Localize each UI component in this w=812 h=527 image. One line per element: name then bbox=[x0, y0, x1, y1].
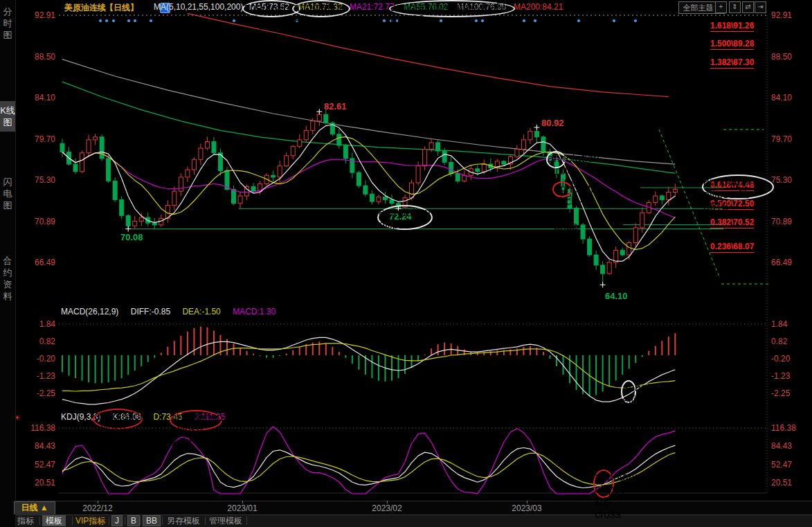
date-axis-tick bbox=[527, 501, 527, 503]
ma55-value: MA55:76.02 bbox=[404, 2, 449, 12]
fib-level-label: 1.382\87.30 bbox=[710, 57, 754, 69]
macd-axis-label-left: 1.84 bbox=[19, 319, 55, 329]
svg-text:80.92: 80.92 bbox=[541, 118, 564, 128]
trading-app-window: 分时图 K线图 闪电图 合约资料 美原油连续 【日线】 MA(5,10,21,5… bbox=[0, 0, 812, 527]
ma100-value: MA100:76.99 bbox=[457, 2, 506, 12]
date-axis-row bbox=[15, 501, 812, 515]
kdj-axis-label-right: 116.38 bbox=[771, 423, 796, 433]
kdj-params: KDJ(9,3,3) bbox=[61, 412, 100, 422]
date-axis-label: 2022/12 bbox=[82, 503, 112, 513]
toolbar-separator bbox=[125, 517, 125, 525]
kdj-axis-label-right: 52.47 bbox=[771, 460, 792, 470]
macd-header: MACD(26,12,9) DIFF:-0.85 DEA:-1.50 MACD:… bbox=[61, 307, 285, 316]
macd-axis-label-left: 0.82 bbox=[19, 337, 55, 346]
kdj-axis-label-left: 20.51 bbox=[17, 478, 55, 488]
kdj-axis-label-left: 52.47 bbox=[17, 460, 55, 470]
toolbar-tab-J[interactable]: J bbox=[111, 515, 123, 526]
kdj-axis-label-left: 116.38 bbox=[17, 423, 55, 433]
symbol-title: 美原油连续 bbox=[64, 2, 106, 14]
macd-dea-value: DEA:-1.50 bbox=[182, 307, 220, 316]
macd-axis-label-left: -0.20 bbox=[19, 354, 55, 364]
toolbar-tab-指标[interactable]: 指标 bbox=[17, 515, 34, 526]
macd-axis-label-right: 1.84 bbox=[771, 319, 787, 329]
kdj-axis-label-left: 84.43 bbox=[17, 441, 55, 451]
toolbar-tab-模板[interactable]: 模板 bbox=[42, 515, 66, 526]
date-axis-tick bbox=[242, 501, 243, 503]
toolbar-tab-B[interactable]: B bbox=[127, 515, 140, 526]
ma-caption: MA(5,10,21,55,100,200) bbox=[154, 2, 243, 12]
toolbar-tab-VIP指标[interactable]: VIP指标 bbox=[75, 515, 105, 526]
toolbar-separator bbox=[39, 517, 40, 525]
fib-level-label: 0.500\72.50 bbox=[710, 199, 754, 210]
macd-params: MACD(26,12,9) bbox=[61, 307, 118, 316]
price-axis-label-right: 84.10 bbox=[771, 93, 792, 102]
sidebar-item-timeshare[interactable]: 分时图 bbox=[0, 6, 15, 41]
price-axis-label-left: 70.89 bbox=[19, 217, 55, 226]
macd-axis-label-right: 0.82 bbox=[771, 337, 787, 346]
kdj-j-value: J:111.35 bbox=[195, 412, 225, 422]
toolbar-separator bbox=[72, 517, 73, 525]
toolbar-tab-管理模板[interactable]: 管理模板 bbox=[209, 515, 242, 526]
sidebar-item-kline[interactable]: K线图 bbox=[0, 101, 15, 132]
date-axis-label: 2023/01 bbox=[227, 503, 257, 513]
price-axis-label-right: 75.30 bbox=[771, 175, 792, 185]
kdj-header: KDJ(9,3,3) K:86.08 D:73.45 J:111.35 bbox=[61, 412, 235, 422]
ma200-value: MA200:84.21 bbox=[514, 2, 563, 12]
toolbar-separator bbox=[162, 517, 163, 525]
macd-diff-value: DIFF:-0.85 bbox=[131, 307, 170, 316]
fib-level-label: 1.500\89.28 bbox=[710, 39, 754, 50]
kdj-d-value: D:73.45 bbox=[153, 412, 182, 422]
fib-level-label: 1.618\91.26 bbox=[710, 21, 754, 32]
fib-level-label: 0.236\68.07 bbox=[710, 242, 754, 253]
shift-right-icon[interactable]: ⇥ bbox=[755, 1, 766, 13]
price-axis-label-left: 84.10 bbox=[19, 93, 55, 102]
price-axis-label-right: 79.70 bbox=[771, 134, 792, 144]
chart-canvas[interactable]: 70.0882.6172.2480.9264.10 bbox=[0, 0, 812, 527]
fit-vertical-icon[interactable]: ⇕ bbox=[729, 1, 741, 13]
toolbar-separator bbox=[205, 517, 206, 525]
toolbar-separator bbox=[246, 517, 247, 525]
ma21-value: MA21:72.77 bbox=[350, 2, 395, 12]
date-axis-tick bbox=[387, 501, 388, 503]
svg-text:64.10: 64.10 bbox=[605, 291, 628, 301]
svg-text:70.08: 70.08 bbox=[120, 232, 143, 242]
kdj-k-value: K:86.08 bbox=[113, 412, 141, 422]
price-axis-label-left: 79.70 bbox=[19, 134, 55, 144]
period-button[interactable]: 日线 ▲ bbox=[14, 501, 55, 515]
kdj-axis-label-right: 84.43 bbox=[771, 441, 792, 451]
price-axis-label-right: 66.49 bbox=[771, 258, 792, 267]
chart-header: 美原油连续 【日线】 MA(5,10,21,55,100,200) MA5:73… bbox=[15, 0, 812, 15]
price-axis-label-right: 70.89 bbox=[771, 217, 792, 226]
sidebar-item-contract-info[interactable]: 合约资料 bbox=[0, 255, 15, 302]
toolbar-separator bbox=[109, 517, 109, 525]
toolbar-separator bbox=[140, 517, 141, 525]
ma5-value: MA5:73.52 bbox=[249, 2, 289, 12]
macd-axis-label-right: -1.23 bbox=[771, 371, 790, 381]
kdj-axis-label-right: 20.51 bbox=[771, 478, 792, 488]
fit-horizontal-icon[interactable]: ⇄ bbox=[742, 1, 754, 13]
price-axis-label-left: 88.50 bbox=[19, 52, 55, 62]
macd-value: MACD:1.30 bbox=[233, 307, 276, 316]
macd-axis-label-right: -2.25 bbox=[771, 388, 790, 398]
svg-text:72.24: 72.24 bbox=[389, 211, 412, 222]
date-axis-label: 2023/03 bbox=[512, 503, 541, 513]
svg-text:82.61: 82.61 bbox=[324, 101, 347, 111]
toolbar-tab-BB[interactable]: BB bbox=[143, 515, 161, 526]
fib-level-label: 0.618\74.48 bbox=[710, 180, 754, 191]
macd-axis-label-left: -2.25 bbox=[19, 388, 55, 398]
move-icon[interactable]: + bbox=[715, 1, 727, 13]
sidebar-item-lightning[interactable]: 闪电图 bbox=[0, 176, 15, 211]
date-axis-tick bbox=[98, 501, 98, 503]
left-sidebar: 分时图 K线图 闪电图 合约资料 bbox=[0, 0, 16, 527]
date-axis-label: 2023/02 bbox=[372, 503, 402, 513]
period-tag: 【日线】 bbox=[105, 2, 138, 14]
macd-axis-label-left: -1.23 bbox=[19, 371, 55, 381]
fib-level-label: 0.382\70.52 bbox=[710, 217, 754, 229]
price-axis-label-left: 75.30 bbox=[19, 175, 55, 185]
price-axis-label-left: 66.49 bbox=[19, 258, 55, 267]
macd-axis-label-right: -0.20 bbox=[771, 354, 790, 364]
toolbar-tab-另存模板[interactable]: 另存模板 bbox=[167, 515, 200, 526]
ma10-value: MA10:71.32 bbox=[298, 2, 343, 12]
price-axis-label-right: 88.50 bbox=[771, 52, 792, 62]
